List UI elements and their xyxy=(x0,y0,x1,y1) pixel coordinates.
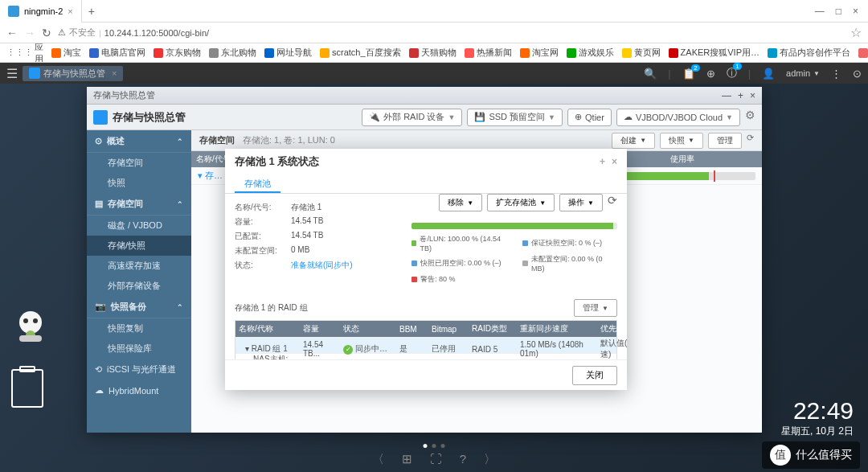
bookmark-item[interactable]: 黄页网 xyxy=(622,47,661,59)
window-maximize-icon[interactable]: □ xyxy=(836,6,841,17)
expand-button[interactable]: 扩充存储池 ▼ xyxy=(487,194,555,211)
bookmark-item[interactable]: 京东购物 xyxy=(154,47,201,59)
sidebar-overview[interactable]: ⊙ 概述⌃ xyxy=(87,130,191,153)
watermark: 值 什么值得买 xyxy=(762,441,860,469)
manage-button[interactable]: 管理 xyxy=(708,133,742,149)
clock-time: 22:49 xyxy=(781,397,854,425)
sidebar-storage[interactable]: ▤ 存储空间⌃ xyxy=(87,193,191,215)
storage-icon xyxy=(93,110,108,125)
dock-help-icon[interactable]: ? xyxy=(460,452,466,467)
dock-grid-icon[interactable]: ⊞ xyxy=(402,452,412,467)
back-button[interactable]: ← xyxy=(6,27,18,39)
window-title: 存储与快照总管 xyxy=(93,89,155,101)
qts-menu-icon[interactable]: ☰ xyxy=(6,66,18,81)
security-warning-icon: ⚠ xyxy=(58,27,66,38)
dock-back-icon[interactable]: 〈 xyxy=(372,452,384,467)
remove-button[interactable]: 移除 ▼ xyxy=(439,194,482,211)
sidebar-iscsi[interactable]: ⟲ iSCSI 与光纤通道 xyxy=(87,359,191,380)
sidebar-storage-space[interactable]: 存储空间 xyxy=(87,153,191,173)
qtier-button[interactable]: ⊕ Qtier xyxy=(567,109,612,126)
ssd-button[interactable]: 💾 SSD 预留空间 ▼ xyxy=(467,109,563,126)
win-maximize-icon[interactable]: + xyxy=(738,90,743,101)
usage-snap-used: 快照已用空间: 0.00 % (–) xyxy=(411,254,506,273)
sidebar-snap-backup[interactable]: 📷 快照备份⌃ xyxy=(87,296,191,318)
pool-status-modal: 存储池 1 系统状态 + × 存储池 移除 ▼ 扩充存储池 ▼ 操作 ▼ ⟳ 名… xyxy=(225,149,627,390)
raid-section-title: 存储池 1 的 RAID 组 xyxy=(235,302,308,314)
dock-forward-icon[interactable]: 〉 xyxy=(484,452,496,467)
modal-close-icon[interactable]: × xyxy=(612,156,617,167)
raid-table-header: 名称/代称容量状态BBMBitmapRAID类型重新同步速度优先级 xyxy=(235,321,616,337)
sidebar-storage-snap[interactable]: 存储/快照 xyxy=(87,236,191,256)
bookmark-item[interactable]: scratch_百度搜索 xyxy=(320,47,401,59)
window-titlebar[interactable]: 存储与快照总管 — + × xyxy=(87,87,762,105)
bookmark-item[interactable]: 淘宝网 xyxy=(520,47,559,59)
create-button[interactable]: 创建 ▼ xyxy=(612,133,655,149)
close-button[interactable]: 关闭 xyxy=(572,366,617,385)
reload-button[interactable]: ↻ xyxy=(42,27,51,39)
raid-table: 名称/代称容量状态BBMBitmapRAID类型重新同步速度优先级 ▾ RAID… xyxy=(235,320,617,359)
search-icon[interactable]: 🔍 xyxy=(644,68,657,80)
dashboard-icon[interactable]: ⊙ xyxy=(853,68,862,80)
sidebar-ext-storage[interactable]: 外部存储设备 xyxy=(87,276,191,296)
ext-raid-button[interactable]: 🔌 外部 RAID 设备 ▼ xyxy=(362,109,462,126)
operate-button[interactable]: 操作 ▼ xyxy=(559,194,603,211)
watermark-seal-icon: 值 xyxy=(770,445,791,466)
browser-tab[interactable]: ningmin-2 × xyxy=(0,0,82,23)
notifications-icon[interactable]: ⓘ1 xyxy=(727,66,737,80)
qts-app-tab[interactable]: 存储与快照总管 × xyxy=(23,66,123,81)
bookmark-item[interactable]: 有品内容创作平台 xyxy=(768,47,850,59)
robot-icon[interactable] xyxy=(11,306,50,345)
modal-refresh-icon[interactable]: ⟳ xyxy=(608,194,617,211)
bookmark-star-icon[interactable]: ☆ xyxy=(850,25,862,40)
dock-maximize-icon[interactable]: ⛶ xyxy=(430,452,442,467)
modal-title: 存储池 1 系统状态 xyxy=(235,154,319,169)
sidebar-hybrid[interactable]: ☁ HybridMount xyxy=(87,380,191,400)
devices-icon[interactable]: ⊕ xyxy=(706,68,715,80)
bookmark-item[interactable]: 游戏娱乐 xyxy=(567,47,614,59)
raid-row[interactable]: ▾ RAID 组 114.54 TB...✓同步中…是已停用RAID 51.50… xyxy=(235,337,616,353)
tasks-icon[interactable]: 📋2 xyxy=(682,68,695,80)
url-bar[interactable]: ⚠ 不安全 | 10.244.1.120:5000/cgi-bin/ xyxy=(58,25,844,41)
bookmark-item[interactable]: ZAKER搜狐VIP用… xyxy=(669,47,760,59)
app-tab-close-icon[interactable]: × xyxy=(112,68,117,78)
snapshot-button[interactable]: 快照 ▼ xyxy=(660,133,703,149)
win-close-icon[interactable]: × xyxy=(750,90,755,101)
user-icon[interactable]: 👤 xyxy=(762,68,775,80)
pool-name: 存储池 1 xyxy=(291,202,321,213)
win-minimize-icon[interactable]: — xyxy=(722,90,731,101)
window-close-icon[interactable]: × xyxy=(853,6,858,17)
pool-allocated: 14.54 TB xyxy=(291,231,323,242)
bookmark-item[interactable]: 电脑店官网 xyxy=(89,47,145,59)
sidebar-snap-vault[interactable]: 快照保险库 xyxy=(87,339,191,359)
bookmark-item[interactable]: 热播新闻 xyxy=(465,47,512,59)
apps-button[interactable]: ⋮⋮⋮ 应用 xyxy=(6,43,43,63)
bookmark-item[interactable]: 淘宝 xyxy=(51,47,81,59)
refresh-icon[interactable]: ⟳ xyxy=(747,133,754,149)
sidebar-cache[interactable]: 高速缓存加速 xyxy=(87,256,191,276)
bookmark-item[interactable]: 我的首页 微博-随… xyxy=(858,47,868,59)
new-tab-button[interactable]: + xyxy=(82,5,101,18)
modal-expand-icon[interactable]: + xyxy=(600,156,605,167)
more-icon[interactable]: ⋮ xyxy=(831,68,841,80)
sidebar: ⊙ 概述⌃ 存储空间 快照 ▤ 存储空间⌃ 磁盘 / VJBOD 存储/快照 高… xyxy=(87,130,191,433)
sidebar-snap-copy[interactable]: 快照复制 xyxy=(87,318,191,339)
bookmark-item[interactable]: 东北购物 xyxy=(209,47,256,59)
bookmark-item[interactable]: 网址导航 xyxy=(264,47,312,59)
desktop-pager[interactable] xyxy=(424,444,445,448)
tab-close-icon[interactable]: × xyxy=(68,6,72,16)
trash-icon[interactable] xyxy=(11,369,43,408)
app-title: 存储与快照总管 xyxy=(93,110,186,125)
pool-status: 准备就绪(同步中) xyxy=(291,260,353,271)
sidebar-disk-vjbod[interactable]: 磁盘 / VJBOD xyxy=(87,215,191,236)
window-minimize-icon[interactable]: — xyxy=(815,6,825,17)
forward-button[interactable]: → xyxy=(24,27,35,39)
bookmark-item[interactable]: 天猫购物 xyxy=(409,47,457,59)
sidebar-snapshot[interactable]: 快照 xyxy=(87,173,191,193)
vjbod-button[interactable]: ☁ VJBOD/VJBOD Cloud ▼ xyxy=(616,109,740,126)
raid-manage-button[interactable]: 管理 ▼ xyxy=(574,299,617,317)
admin-dropdown[interactable]: admin ▼ xyxy=(786,68,820,78)
settings-icon[interactable]: ⚙ xyxy=(745,109,755,126)
modal-tab-pool[interactable]: 存储池 xyxy=(235,174,280,193)
usage-bar xyxy=(411,223,617,229)
app-icon xyxy=(29,68,40,79)
